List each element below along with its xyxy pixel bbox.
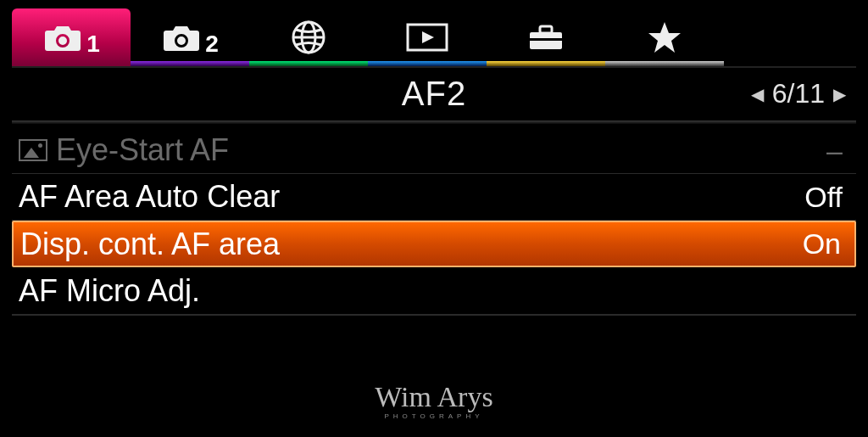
menu-item-af-micro-adj[interactable]: AF Micro Adj. xyxy=(12,267,856,314)
tab-badge-2: 2 xyxy=(205,31,219,58)
play-icon xyxy=(405,22,449,53)
tab-badge-1: 1 xyxy=(86,31,100,58)
top-tabs: 1 2 xyxy=(0,0,868,66)
tab-favorites[interactable] xyxy=(605,8,724,66)
camera-icon xyxy=(42,22,83,53)
menu-label: Disp. cont. AF area xyxy=(20,227,280,262)
tab-toolbox[interactable] xyxy=(487,8,605,66)
globe-icon xyxy=(290,19,327,56)
menu-label: Eye-Start AF xyxy=(56,132,229,168)
pager-text: 6/11 xyxy=(772,78,825,109)
pager-prev-icon[interactable]: ◀ xyxy=(751,83,764,104)
menu-value: – xyxy=(826,134,843,167)
watermark-sub: PHOTOGRAPHY xyxy=(375,413,492,420)
menu-item-disp-cont-af-area[interactable]: Disp. cont. AF area On xyxy=(12,221,856,267)
menu-value: On xyxy=(803,227,841,261)
camera-icon xyxy=(161,22,202,53)
svg-marker-4 xyxy=(422,31,434,43)
toolbox-icon xyxy=(526,22,566,53)
settings-menu: Eye-Start AF – AF Area Auto Clear Off Di… xyxy=(12,127,856,314)
tab-camera-2[interactable]: 2 xyxy=(131,8,249,66)
svg-marker-8 xyxy=(648,22,681,53)
watermark: Wim Arys PHOTOGRAPHY xyxy=(375,383,492,420)
star-icon xyxy=(646,19,683,56)
menu-label: AF Micro Adj. xyxy=(19,273,200,309)
menu-bottom-divider xyxy=(12,314,856,316)
menu-item-af-area-auto-clear[interactable]: AF Area Auto Clear Off xyxy=(12,174,856,221)
header-divider xyxy=(12,120,856,124)
page-title: AF2 xyxy=(402,75,466,113)
watermark-main: Wim Arys xyxy=(375,383,492,412)
pager-next-icon[interactable]: ▶ xyxy=(833,83,846,104)
picture-icon xyxy=(19,139,47,161)
tab-camera-1[interactable]: 1 xyxy=(12,8,131,66)
menu-value: Off xyxy=(804,181,843,214)
menu-label: AF Area Auto Clear xyxy=(19,179,280,215)
svg-rect-7 xyxy=(530,38,562,41)
page-header: AF2 ◀ 6/11 ▶ xyxy=(0,68,868,119)
tab-playback[interactable] xyxy=(368,8,487,66)
menu-item-eye-start-af: Eye-Start AF – xyxy=(12,127,856,174)
page-pager: ◀ 6/11 ▶ xyxy=(751,78,846,109)
svg-rect-6 xyxy=(540,26,552,33)
tab-network[interactable] xyxy=(249,8,368,66)
